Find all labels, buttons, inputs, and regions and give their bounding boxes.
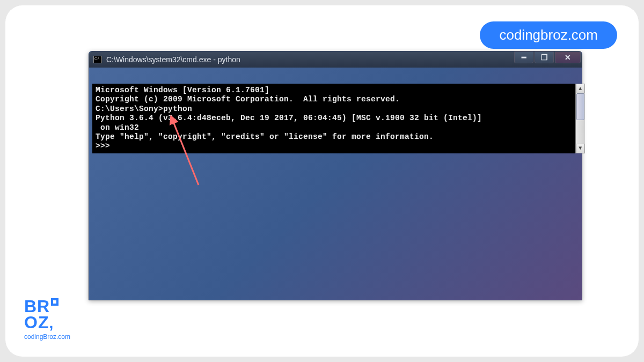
site-badge: codingbroz.com <box>480 21 617 49</box>
scroll-up-arrow-icon[interactable]: ▲ <box>576 84 585 93</box>
brand-logo: BR OZ, codingBroz.com <box>24 298 70 341</box>
console-line: on win32 <box>96 123 582 132</box>
console-line: Copyright (c) 2009 Microsoft Corporation… <box>96 95 582 104</box>
cmd-icon <box>93 56 102 63</box>
scroll-down-arrow-icon[interactable]: ▼ <box>576 144 585 153</box>
minimize-button[interactable]: ━ <box>514 51 533 63</box>
window-titlebar[interactable]: C:\Windows\system32\cmd.exe - python ━ ❐… <box>89 51 582 68</box>
scrollbar[interactable]: ▲ ▼ <box>575 84 585 153</box>
scroll-thumb[interactable] <box>576 93 584 120</box>
console-prompt: >>> <box>96 142 582 151</box>
maximize-button[interactable]: ❐ <box>535 51 554 63</box>
logo-text: BR OZ, <box>24 298 70 331</box>
close-button[interactable]: ✕ <box>555 51 581 63</box>
console-line: Type "help", "copyright", "credits" or "… <box>96 132 582 142</box>
console-line: C:\Users\Sony>python <box>96 105 582 114</box>
window-controls: ━ ❐ ✕ <box>514 51 581 63</box>
cmd-window: C:\Windows\system32\cmd.exe - python ━ ❐… <box>89 51 582 300</box>
console-line: Python 3.6.4 (v3.6.4:d48eceb, Dec 19 201… <box>96 114 582 123</box>
logo-subtext: codingBroz.com <box>24 333 70 341</box>
console-area[interactable]: Microsoft Windows [Version 6.1.7601] Cop… <box>92 84 585 153</box>
window-title: C:\Windows\system32\cmd.exe - python <box>106 55 240 64</box>
console-line: Microsoft Windows [Version 6.1.7601] <box>96 86 582 95</box>
outer-frame: codingbroz.com C:\Windows\system32\cmd.e… <box>5 5 639 357</box>
